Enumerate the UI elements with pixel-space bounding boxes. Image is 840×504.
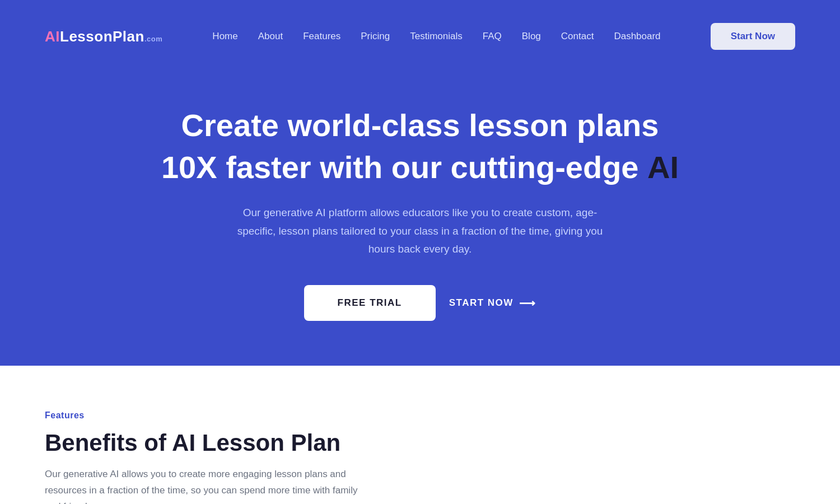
logo[interactable]: AILessonPlan.com	[45, 28, 162, 45]
hero-section: Create world-class lesson plans 10X fast…	[0, 73, 840, 366]
nav-links: Home About Features Pricing Testimonials…	[212, 31, 660, 42]
features-title: Benefits of AI Lesson Plan	[45, 430, 381, 456]
hero-buttons: FREE TRIAL START NOW ⟶	[45, 285, 795, 321]
nav-item-contact[interactable]: Contact	[561, 31, 594, 42]
hero-title-ai-highlight: AI	[647, 150, 679, 185]
logo-ai: AI	[45, 28, 60, 45]
nav-item-about[interactable]: About	[258, 31, 283, 42]
arrow-icon: ⟶	[519, 296, 536, 310]
logo-dot: .com	[144, 35, 162, 43]
hero-title-line2: 10X faster with our cutting-edge AI	[45, 148, 795, 186]
nav-link-features[interactable]: Features	[303, 31, 340, 41]
free-trial-button[interactable]: FREE TRIAL	[304, 285, 436, 321]
features-section: Features Benefits of AI Lesson Plan Our …	[0, 366, 840, 504]
navbar-start-now-button[interactable]: Start Now	[711, 23, 795, 50]
logo-main: LessonPlan	[60, 28, 144, 45]
nav-item-blog[interactable]: Blog	[522, 31, 541, 42]
hero-title-line1: Create world-class lesson plans	[45, 106, 795, 144]
nav-link-faq[interactable]: FAQ	[483, 31, 502, 41]
nav-link-testimonials[interactable]: Testimonials	[410, 31, 463, 41]
nav-link-blog[interactable]: Blog	[522, 31, 541, 41]
nav-item-testimonials[interactable]: Testimonials	[410, 31, 463, 42]
hero-title-line2-pre: 10X faster with our cutting-edge	[161, 150, 639, 185]
hero-subtitle: Our generative AI platform allows educat…	[230, 204, 610, 258]
nav-link-dashboard[interactable]: Dashboard	[614, 31, 660, 41]
nav-item-features[interactable]: Features	[303, 31, 340, 42]
nav-item-dashboard[interactable]: Dashboard	[614, 31, 660, 42]
nav-item-faq[interactable]: FAQ	[483, 31, 502, 42]
logo-text: AILessonPlan.com	[45, 28, 162, 45]
nav-link-about[interactable]: About	[258, 31, 283, 41]
nav-link-pricing[interactable]: Pricing	[361, 31, 390, 41]
nav-item-pricing[interactable]: Pricing	[361, 31, 390, 42]
start-now-label: START NOW	[449, 297, 514, 309]
nav-item-home[interactable]: Home	[212, 31, 237, 42]
nav-link-home[interactable]: Home	[212, 31, 237, 41]
features-label: Features	[45, 410, 795, 421]
features-description: Our generative AI allows you to create m…	[45, 466, 370, 504]
nav-link-contact[interactable]: Contact	[561, 31, 594, 41]
navbar: AILessonPlan.com Home About Features Pri…	[0, 0, 840, 73]
start-now-hero-button[interactable]: START NOW ⟶	[449, 296, 536, 310]
